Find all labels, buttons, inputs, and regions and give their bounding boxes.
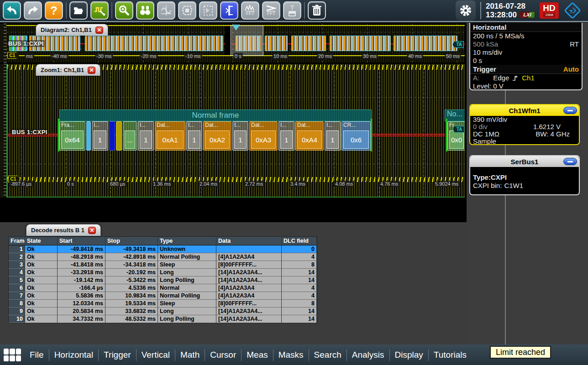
frame-start-edge xyxy=(58,119,59,151)
hd-mode-logo[interactable]: HD 16bit xyxy=(540,2,559,19)
menu-item-math[interactable]: Math xyxy=(175,350,205,360)
serbus-panel-header[interactable]: SerBus1 xyxy=(470,156,579,167)
menu-item-vertical[interactable]: Vertical xyxy=(136,350,175,360)
table-row[interactable]: 4Ok-33.2918 ms-20.192 msLong[14]A1A2A3A4… xyxy=(9,269,317,276)
serbus-panel[interactable]: SerBus1 Type:CXPI CXPI bin:C1W1 xyxy=(469,155,580,195)
diagram2-tab[interactable]: Diagram2: Ch1,B1 ✕ xyxy=(36,24,108,36)
frame-cell-dat[interactable]: Dat...0xA2 xyxy=(203,121,231,151)
frame-cell-fra[interactable]: Fra...0x64 xyxy=(59,121,85,151)
fft-gating-icon: FFT xyxy=(266,5,277,16)
redo-button[interactable] xyxy=(24,1,42,20)
histogram-button[interactable] xyxy=(157,1,175,20)
table-row[interactable]: 7Ok5.5836 ms10.9834 msNormal Polling[4]A… xyxy=(9,292,317,300)
ch1-coupling: DC 1MΩ xyxy=(473,130,499,138)
table-row[interactable]: 5Ok-19.142 ms-5.3422 msLong Polling[14]A… xyxy=(9,276,317,284)
frame-cell-i[interactable]: I...1 xyxy=(278,121,294,151)
axis-tick-label: -20 ms xyxy=(140,53,158,59)
frame-cell-i[interactable]: I...1 xyxy=(138,121,154,151)
zoom1-tab[interactable]: Zoom1: Ch1,B1 ✕ xyxy=(36,64,100,76)
menu-item-horizontal[interactable]: Horizontal xyxy=(49,350,99,360)
trigger-position-marker[interactable] xyxy=(232,25,240,31)
mask-test-button[interactable] xyxy=(178,1,196,20)
menu-item-trigger[interactable]: Trigger xyxy=(99,350,136,360)
column-header-data[interactable]: Data xyxy=(216,237,282,245)
column-header-type[interactable]: Type xyxy=(158,237,216,245)
column-header-stop[interactable]: Stop xyxy=(105,237,158,245)
table-row[interactable]: 9Ok20.5834 ms33.6832 msLong[14]A1A2A3A4.… xyxy=(9,308,317,315)
axis-tick-label: 40 ms xyxy=(407,53,423,59)
table-cell: -49.8418 ms xyxy=(58,245,105,253)
probe-adjust-button[interactable] xyxy=(90,1,109,20)
frame-cell-dat[interactable]: Dat...0xA4 xyxy=(295,121,324,151)
measurement-button[interactable] xyxy=(220,1,238,20)
polygon-zone-button[interactable] xyxy=(199,1,217,20)
frame-cell-dat[interactable]: Dat...0xA3 xyxy=(249,121,278,151)
table-row[interactable]: 2Ok-48.2918 ms-42.8918 msNormal Polling[… xyxy=(9,253,317,261)
menu-item-analysis[interactable]: Analysis xyxy=(347,350,389,360)
ch1-waveform-panel[interactable]: Ch1Wfm1 390 mV/div 0 div1.6212 V DC 1MΩB… xyxy=(469,104,580,145)
frame-cell-cr[interactable]: CR...0x6 xyxy=(341,121,371,151)
sidebar: Horizontal 200 ns / 5 MSa/s 500 kSaRT 10… xyxy=(467,23,588,344)
zoom-button[interactable] xyxy=(115,1,133,20)
diagram2-close-icon[interactable]: ✕ xyxy=(95,26,103,34)
column-header-frame[interactable]: Frame xyxy=(9,237,25,245)
table-row[interactable]: 1Ok-49.8418 ms-49.3418 msUnknown0 xyxy=(9,245,317,253)
column-header-dlc-field[interactable]: DLC field xyxy=(282,237,317,245)
frame-cell-i[interactable]: I...1 xyxy=(186,121,202,151)
zoom1-window[interactable]: Normal frame Fra...0x64I...1...I...1Dat.… xyxy=(6,64,465,198)
ch1-panel-header[interactable]: Ch1Wfm1 xyxy=(470,105,579,116)
search-button[interactable] xyxy=(136,1,154,20)
datetime-display[interactable]: 2016-07-28 13:28:00 LXI xyxy=(486,2,535,19)
table-row[interactable]: 6Ok-166.4 µs4.5336 msNormal[4]A1A2A3A44 xyxy=(9,284,317,292)
table-row[interactable]: 3Ok-41.8418 ms-34.3418 msSleep[8]00FFFFF… xyxy=(9,261,317,269)
mask-icon xyxy=(181,5,193,16)
undo-button[interactable] xyxy=(3,1,21,20)
fft-button[interactable]: FFT xyxy=(241,1,259,20)
delete-button[interactable] xyxy=(308,1,326,20)
frame-cell-i[interactable]: I...1 xyxy=(232,121,248,151)
table-cell: Ok xyxy=(25,253,58,261)
ch1-minimize-button[interactable] xyxy=(563,107,577,114)
toolbar-separator xyxy=(111,2,112,19)
menu-item-tutorials[interactable]: Tutorials xyxy=(429,350,472,360)
redo-icon xyxy=(27,5,38,16)
menu-item-masks[interactable]: Masks xyxy=(273,350,309,360)
cell-label: Dat... xyxy=(297,122,310,128)
decode-results-close-icon[interactable]: ✕ xyxy=(88,227,96,234)
apps-grid-icon[interactable] xyxy=(4,349,21,361)
diagram2-tab-label: Diagram2: Ch1,B1 xyxy=(41,26,92,33)
cxpi-next-frame[interactable]: No... Fr 0x0 TA xyxy=(445,110,465,151)
settings-button[interactable] xyxy=(456,0,476,21)
frame-cell-green[interactable]: ... xyxy=(123,121,137,151)
help-button[interactable]: ? xyxy=(45,1,63,20)
zoom1-close-icon[interactable]: ✕ xyxy=(88,67,95,74)
horizontal-trigger-panel[interactable]: Horizontal 200 ns / 5 MSa/s 500 kSaRT 10… xyxy=(469,23,583,90)
decode-results-table[interactable]: FrameStateStartStopTypeDataDLC field1Ok-… xyxy=(8,236,317,323)
cell-label: Dat... xyxy=(205,122,218,128)
serbus-minimize-button[interactable] xyxy=(563,158,577,165)
column-header-start[interactable]: Start xyxy=(58,237,105,245)
fft-gating-button[interactable]: FFT xyxy=(262,1,280,20)
trigger-tool-button[interactable]: T xyxy=(283,1,301,20)
frame-cell-cyan[interactable] xyxy=(86,121,91,151)
serbus-type-label: Type: xyxy=(473,173,491,182)
ch1-bandwidth: BW: 4 GHz xyxy=(536,130,570,138)
menu-item-meas[interactable]: Meas xyxy=(242,350,273,360)
frame-cell-dat[interactable]: Dat...0xA1 xyxy=(155,121,185,151)
decode-results-tab[interactable]: Decode results B 1 ✕ xyxy=(26,224,101,236)
open-file-button[interactable] xyxy=(69,1,88,20)
menu-item-cursor[interactable]: Cursor xyxy=(205,350,241,360)
table-cell: -20.192 ms xyxy=(105,269,158,276)
frame-cell-i[interactable]: I...1 xyxy=(92,121,108,151)
cxpi-normal-frame[interactable]: Normal frame Fra...0x64I...1...I...1Dat.… xyxy=(59,110,372,151)
cell-label: I... xyxy=(188,122,194,128)
frame-cell-olive[interactable] xyxy=(116,121,122,151)
table-row[interactable]: 8Ok12.0334 ms19.5334 msSleep[8]00FFFFFF.… xyxy=(9,300,317,308)
menu-item-search[interactable]: Search xyxy=(309,350,346,360)
menu-item-file[interactable]: File xyxy=(25,350,49,360)
menu-item-display[interactable]: Display xyxy=(390,350,428,360)
frame-cell-i[interactable]: I...1 xyxy=(325,121,341,151)
column-header-state[interactable]: State xyxy=(25,237,58,245)
frame-cell-darkblue[interactable] xyxy=(109,121,115,151)
table-row[interactable]: 10Ok34.7332 ms48.5332 msLong Polling[14]… xyxy=(9,315,317,323)
